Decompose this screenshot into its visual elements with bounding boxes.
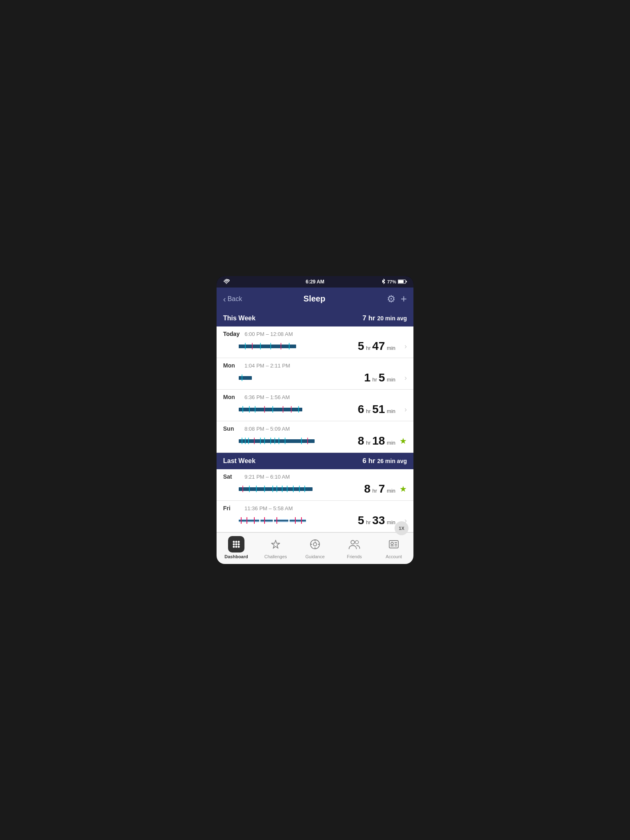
- svg-rect-54: [290, 520, 306, 521]
- star-sat: ★: [399, 484, 407, 493]
- time-range-sun: 8:08 PM – 5:09 AM: [244, 426, 290, 432]
- sleep-bar-fri: [223, 517, 343, 524]
- last-week-label: Last Week: [223, 457, 256, 465]
- device-frame: 6:29 AM 77% ‹ Back Sleep ⚙: [217, 276, 413, 564]
- time-range-today: 6:00 PM – 12:08 AM: [244, 331, 293, 337]
- day-label-mon2: Mon: [223, 394, 240, 400]
- dashboard-icon-wrap: [228, 536, 244, 552]
- time-range-sat: 9:21 PM – 6:10 AM: [244, 474, 290, 480]
- sleep-bar-sat: [223, 485, 343, 493]
- svg-point-62: [233, 541, 235, 543]
- svg-point-81: [391, 542, 393, 545]
- svg-point-79: [355, 541, 358, 544]
- sleep-duration-sun: 8 hr 18 min: [346, 434, 395, 447]
- add-icon[interactable]: +: [401, 292, 407, 305]
- svg-rect-50: [260, 520, 273, 521]
- svg-rect-3: [239, 345, 296, 348]
- svg-point-72: [313, 543, 317, 546]
- sleep-bar-mon1: [223, 374, 343, 381]
- back-button[interactable]: ‹ Back: [223, 295, 242, 303]
- sleep-item-today[interactable]: Today 6:00 PM – 12:08 AM: [217, 326, 413, 358]
- svg-point-63: [235, 541, 237, 543]
- dashboard-label: Dashboard: [224, 554, 248, 559]
- this-week-avg: 7 hr 20 min avg: [363, 314, 407, 322]
- time-range-mon1: 1:04 PM – 2:11 PM: [244, 363, 290, 369]
- sleep-item-fri[interactable]: Fri 11:36 PM – 5:58 AM: [217, 501, 413, 532]
- svg-point-64: [238, 541, 240, 543]
- guidance-icon: [309, 539, 321, 550]
- svg-rect-22: [239, 439, 315, 443]
- sleep-item-sun[interactable]: Sun 8:08 PM – 5:09 AM: [217, 421, 413, 453]
- friends-icon: [348, 539, 361, 550]
- svg-point-67: [238, 543, 240, 546]
- nav-header: ‹ Back Sleep ⚙ +: [217, 288, 413, 310]
- chevron-right-mon1: ›: [404, 374, 407, 382]
- svg-rect-48: [239, 520, 259, 521]
- bluetooth-icon: [381, 278, 386, 285]
- svg-point-66: [235, 543, 237, 546]
- friends-icon-wrap: [346, 536, 363, 552]
- last-week-avg: 6 hr 26 min avg: [363, 457, 407, 465]
- settings-icon[interactable]: ⚙: [387, 293, 396, 305]
- svg-rect-35: [239, 487, 313, 491]
- last-week-avg-number: 6 hr: [363, 457, 377, 465]
- svg-point-68: [233, 546, 235, 548]
- guidance-icon-wrap: [307, 536, 323, 552]
- chevron-right-mon2: ›: [404, 405, 407, 413]
- sleep-item-mon2[interactable]: Mon 6:36 PM – 1:56 AM: [217, 390, 413, 421]
- day-label-today: Today: [223, 331, 240, 337]
- svg-point-78: [351, 541, 355, 544]
- status-time: 6:29 AM: [306, 279, 324, 285]
- back-label: Back: [228, 295, 242, 303]
- sleep-duration-fri: 5 hr 33 min: [346, 514, 395, 527]
- svg-point-65: [233, 543, 235, 546]
- svg-rect-52: [274, 520, 288, 521]
- nav-item-friends[interactable]: Friends: [335, 536, 374, 559]
- sleep-bar-today: [223, 342, 343, 350]
- this-week-avg-number: 7 hr: [363, 314, 377, 322]
- sleep-duration-mon1: 1 hr 5 min: [346, 371, 395, 384]
- sleep-item-mon1[interactable]: Mon 1:04 PM – 2:11 PM 1 hr 5 min: [217, 358, 413, 390]
- zoom-level: 1X: [399, 526, 404, 531]
- guidance-label: Guidance: [305, 554, 324, 559]
- wifi-icon: [223, 279, 230, 285]
- this-week-header: This Week 7 hr 20 min avg: [217, 310, 413, 326]
- left-status-icons: [223, 279, 230, 285]
- day-label-sun: Sun: [223, 425, 240, 432]
- bottom-navigation: Dashboard Challenges: [217, 532, 413, 564]
- day-label-fri: Fri: [223, 505, 240, 511]
- challenges-icon: [270, 539, 281, 550]
- svg-rect-13: [239, 408, 302, 411]
- sleep-duration-sat: 8 hr 7 min: [346, 482, 395, 495]
- chevron-right-today: ›: [404, 342, 407, 350]
- nav-actions: ⚙ +: [387, 292, 407, 305]
- nav-item-challenges[interactable]: Challenges: [256, 536, 295, 559]
- svg-rect-4: [239, 345, 240, 348]
- day-label-sat: Sat: [223, 473, 240, 480]
- battery-percent: 77%: [387, 279, 396, 284]
- svg-rect-2: [406, 281, 407, 282]
- nav-item-guidance[interactable]: Guidance: [295, 536, 335, 559]
- nav-item-dashboard[interactable]: Dashboard: [217, 536, 256, 559]
- account-icon-wrap: [386, 536, 402, 552]
- challenges-icon-wrap: [267, 536, 284, 552]
- back-chevron-icon: ‹: [223, 295, 226, 303]
- battery-icon: [398, 279, 407, 285]
- svg-rect-1: [398, 280, 404, 283]
- zoom-badge[interactable]: 1X: [395, 521, 409, 535]
- sleep-duration-mon2: 6 hr 51 min: [346, 403, 395, 416]
- sleep-item-sat[interactable]: Sat 9:21 PM – 6:10 AM: [217, 469, 413, 501]
- page-title: Sleep: [304, 294, 325, 304]
- time-range-fri: 11:36 PM – 5:58 AM: [244, 505, 293, 511]
- svg-point-69: [235, 546, 237, 548]
- nav-item-account[interactable]: Account: [374, 536, 413, 559]
- account-icon: [388, 539, 399, 549]
- friends-label: Friends: [347, 554, 362, 559]
- sleep-duration-today: 5 hr 47 min: [346, 340, 395, 353]
- dashboard-icon: [231, 539, 241, 549]
- svg-rect-11: [239, 376, 252, 380]
- main-content: This Week 7 hr 20 min avg Today 6:00 PM …: [217, 310, 413, 532]
- time-range-mon2: 6:36 PM – 1:56 AM: [244, 394, 290, 400]
- account-label: Account: [386, 554, 402, 559]
- sleep-bar-mon2: [223, 406, 343, 413]
